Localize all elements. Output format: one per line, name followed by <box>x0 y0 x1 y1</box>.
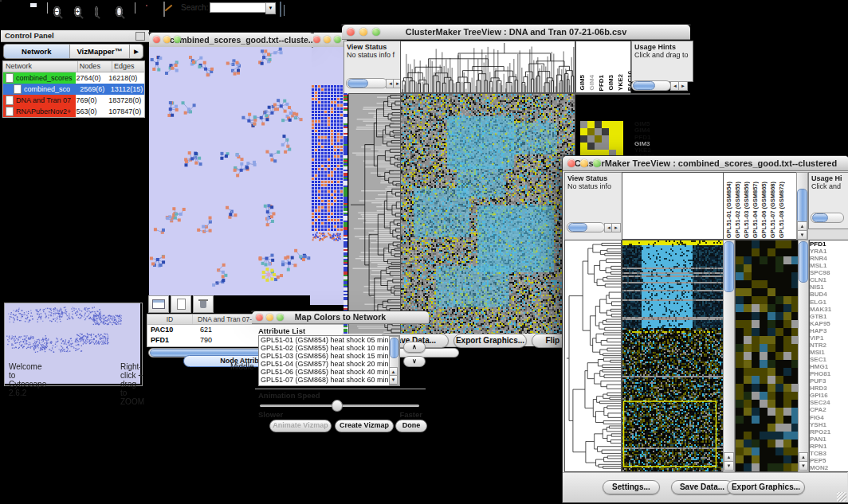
gene-label[interactable]: TCB3 <box>810 450 848 457</box>
attribute-option[interactable]: GPL51-03 (GSM856) heat shock 15 min <box>259 352 399 360</box>
gene-label[interactable]: MSI1 <box>810 349 848 356</box>
scroll-down-icon[interactable]: ▼ <box>797 230 807 240</box>
scroll-right-icon[interactable]: ► <box>678 81 688 91</box>
gene-label[interactable]: NIS1 <box>810 283 848 291</box>
move-down-button[interactable]: ∨ <box>403 356 426 367</box>
column-network[interactable]: Network <box>3 61 78 72</box>
create-attribute-icon[interactable] <box>171 295 191 313</box>
treeview2-title-bar[interactable]: ClusterMaker TreeView : combined_scores_… <box>563 156 848 171</box>
scrollbar-thumb[interactable] <box>568 223 587 232</box>
attribute-option[interactable]: GPL51-06 (GSM865) heat shock 40 min <box>259 368 399 376</box>
treeview1-title-bar[interactable]: ClusterMaker TreeView : DNA and Tran 07-… <box>342 25 690 40</box>
gene-label[interactable]: HRD3 <box>810 385 848 392</box>
network-row[interactable]: DNA and Tran 07 769(0) 183728(0) <box>3 95 144 106</box>
annotation-icon[interactable] <box>163 2 181 14</box>
gene-label[interactable]: MSL1 <box>810 262 848 269</box>
save-icon[interactable] <box>28 2 45 14</box>
gene-label[interactable]: HMG1 <box>810 363 848 370</box>
scrollbar-thumb[interactable] <box>812 213 828 222</box>
gene-label[interactable]: GPI16 <box>810 392 848 399</box>
minimize-icon[interactable] <box>163 36 171 43</box>
gene-label[interactable]: KAP95 <box>810 320 848 327</box>
tab-vizmapper[interactable]: VizMapper™ <box>70 45 130 58</box>
scrollbar-thumb[interactable] <box>797 189 807 224</box>
gene-label[interactable]: GTB1 <box>810 313 848 320</box>
search-input[interactable] <box>210 2 267 13</box>
treeview2-top-vscrollbar[interactable]: ▲ ▼ <box>796 172 808 240</box>
tab-network[interactable]: Network <box>4 45 70 58</box>
treeview2-heatmap-vscrollbar[interactable]: ▲ ▼ <box>723 240 735 472</box>
column-edges[interactable]: Edges <box>112 61 144 72</box>
scrollbar-thumb[interactable] <box>347 79 368 88</box>
gene-label[interactable]: MON2 <box>810 464 848 471</box>
gene-label[interactable]: CLN1 <box>810 276 848 283</box>
scroll-down-icon[interactable]: ▼ <box>799 461 808 471</box>
float-panel-icon[interactable] <box>135 32 145 41</box>
minimize-icon[interactable] <box>266 314 273 321</box>
zoom-out-icon[interactable]: − <box>53 2 71 14</box>
resize-grip[interactable] <box>837 492 846 502</box>
row-dendrogram-canvas[interactable] <box>349 94 400 334</box>
speed-slider-thumb[interactable] <box>332 400 343 412</box>
zoom-window-icon[interactable] <box>334 36 341 43</box>
export-graphics-button[interactable]: Export Graphics... <box>727 480 805 494</box>
gene-label[interactable]: MAK31 <box>810 306 848 313</box>
gene-label[interactable]: SEC1 <box>810 356 848 363</box>
heatmap-canvas[interactable] <box>401 94 575 334</box>
gene-label[interactable]: HAP3 <box>810 327 848 334</box>
gene-label[interactable]: PHO81 <box>810 370 848 377</box>
gene-label[interactable]: SEC24 <box>810 399 848 406</box>
zoom-selected-icon[interactable]: □ <box>116 2 133 14</box>
treeview2-zoom-vscrollbar[interactable]: ▲ ▼ <box>798 240 809 472</box>
delete-attribute-icon[interactable] <box>193 295 214 313</box>
view-status-hscrollbar[interactable] <box>567 222 605 232</box>
scroll-down-icon[interactable]: ▼ <box>724 461 734 471</box>
attribute-option[interactable]: GPL51-01 (GSM854) heat shock 05 min <box>259 336 399 344</box>
gene-label[interactable]: YRA1 <box>810 248 848 255</box>
gene-label[interactable]: RPN1 <box>810 443 848 450</box>
treeview2-heatmap[interactable] <box>622 240 724 472</box>
treeview2-row-dendrogram[interactable] <box>564 240 622 472</box>
zoom-in-icon[interactable]: + <box>74 2 92 14</box>
minimize-icon[interactable] <box>580 159 588 167</box>
network-row[interactable]: combined_scores 2764(0) 16218(0) <box>3 72 144 84</box>
close-icon[interactable] <box>153 36 160 43</box>
network-canvas[interactable] <box>149 47 312 295</box>
scrollbar-thumb[interactable] <box>724 241 734 292</box>
gene-label[interactable]: YSH1 <box>810 421 848 428</box>
create-vizmap-button[interactable]: Create Vizmap <box>335 420 394 432</box>
scrollbar-thumb[interactable] <box>799 241 808 283</box>
window-title-bar[interactable]: combined_scores_good.txt--cluste... <box>149 33 313 48</box>
treeview2-zoom-heatmap[interactable] <box>735 240 799 472</box>
zoom-window-icon[interactable] <box>593 159 601 167</box>
zoom-heatmap-canvas[interactable] <box>736 240 799 471</box>
attribute-select-icon[interactable] <box>148 295 169 313</box>
column-id[interactable]: ID <box>147 315 193 324</box>
scrollbar-thumb[interactable] <box>633 81 655 90</box>
gene-label[interactable]: PFD1 <box>810 240 848 248</box>
scroll-right-icon[interactable]: ► <box>611 223 621 232</box>
search-dropdown-icon[interactable]: ▼ <box>265 2 276 14</box>
move-up-button[interactable]: ∧ <box>403 342 426 353</box>
row-dendrogram-canvas[interactable] <box>565 240 621 471</box>
attribute-option[interactable]: GPL51-04 (GSM857) heat shock 20 min <box>259 360 399 368</box>
treeview1-top-dendrogram[interactable] <box>400 41 575 93</box>
treeview1-heatmap[interactable] <box>400 93 575 335</box>
gene-label[interactable]: PAN1 <box>810 436 848 443</box>
done-button[interactable]: Done <box>395 420 427 432</box>
gene-label[interactable]: SPC98 <box>810 269 848 276</box>
network-row[interactable]: RNAPuberNov2+ 563(0) 107847(0) <box>3 106 144 117</box>
zoom-window-icon[interactable] <box>174 36 181 43</box>
attribute-option[interactable]: GPL51-02 (GSM855) heat shock 10 min <box>259 344 399 352</box>
heatmap-canvas[interactable] <box>622 240 723 471</box>
treeview1-row-dendrogram[interactable] <box>348 93 401 335</box>
close-icon[interactable] <box>256 314 263 321</box>
minimize-icon[interactable] <box>324 36 331 43</box>
usage-hscrollbar[interactable] <box>811 213 844 223</box>
gene-label[interactable]: PEP5 <box>810 457 848 464</box>
export-graphics-button[interactable]: Export Graphics... <box>453 334 527 348</box>
treeview1-hscrollbar[interactable] <box>631 80 671 91</box>
scrollbar-thumb[interactable] <box>390 338 398 358</box>
close-icon[interactable] <box>347 28 355 36</box>
help-icon[interactable] <box>143 2 160 14</box>
